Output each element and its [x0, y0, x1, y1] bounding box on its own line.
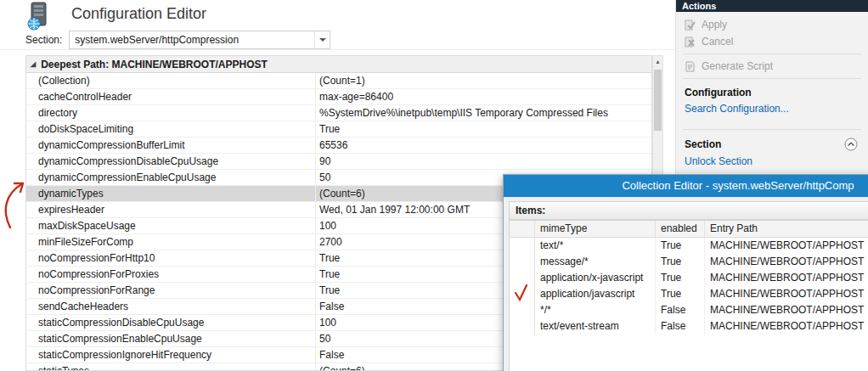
- column-header-entry-path[interactable]: Entry Path: [705, 221, 868, 237]
- enabled-cell: True: [656, 254, 705, 270]
- row-selector-gutter: [510, 238, 535, 254]
- row-selector-gutter: [510, 270, 535, 286]
- collection-row[interactable]: text/event-streamFalseMACHINE/WEBROOT/AP…: [510, 318, 868, 334]
- property-name: dynamicCompressionBufferLimit: [26, 138, 315, 153]
- apply-button[interactable]: Apply: [676, 16, 868, 33]
- entry-path-cell: MACHINE/WEBROOT/APPHOST: [705, 302, 868, 318]
- mime-type-cell: text/event-stream: [535, 318, 656, 334]
- separator: [683, 53, 861, 54]
- property-name: doDiskSpaceLimiting: [26, 121, 315, 137]
- grid-row[interactable]: dynamicCompressionDisableCpuUsage90: [26, 154, 651, 170]
- section-heading-label: Section: [685, 138, 721, 150]
- property-value: 65536: [315, 138, 651, 153]
- cancel-icon: [685, 37, 696, 48]
- row-selector-gutter: [510, 254, 535, 270]
- section-combobox[interactable]: system.webServer/httpCompression: [69, 31, 330, 49]
- configuration-editor-icon: [24, 2, 53, 31]
- configuration-heading: Configuration: [676, 82, 868, 100]
- section-label: Section:: [25, 34, 62, 46]
- collection-row[interactable]: message/*TrueMACHINE/WEBROOT/APPHOST: [510, 254, 868, 270]
- chevron-down-icon[interactable]: [314, 31, 330, 48]
- scroll-thumb[interactable]: [654, 70, 662, 131]
- property-value: 90: [315, 154, 651, 169]
- property-name: dynamicCompressionEnableCpuUsage: [26, 170, 315, 185]
- collapse-circle-chevron-icon[interactable]: [844, 138, 858, 151]
- mime-type-cell: */*: [535, 302, 656, 318]
- configuration-heading-label: Configuration: [685, 87, 752, 98]
- apply-label: Apply: [702, 19, 727, 31]
- enabled-cell: False: [656, 318, 705, 334]
- entry-path-cell: MACHINE/WEBROOT/APPHOST: [705, 254, 868, 270]
- apply-icon: [685, 20, 696, 31]
- generate-script-button[interactable]: Generate Script: [676, 58, 868, 75]
- mime-type-cell: message/*: [535, 254, 656, 270]
- mime-type-cell: application/x-javascript: [535, 270, 656, 286]
- row-selector-gutter-header: [510, 221, 535, 237]
- property-name: staticCompressionIgnoreHitFrequency: [26, 347, 315, 363]
- enabled-cell: True: [656, 286, 705, 302]
- generate-script-label: Generate Script: [702, 60, 773, 72]
- grid-row[interactable]: doDiskSpaceLimitingTrue: [26, 121, 651, 138]
- collection-row[interactable]: application/x-javascriptTrueMACHINE/WEBR…: [510, 270, 868, 286]
- column-header-mimetype[interactable]: mimeType: [535, 221, 656, 237]
- property-name: noCompressionForHttp10: [26, 250, 315, 266]
- property-value: (Count=1): [315, 73, 651, 88]
- section-combobox-value: system.webServer/httpCompression: [75, 34, 239, 46]
- property-name: staticCompressionEnableCpuUsage: [26, 331, 315, 346]
- mime-type-cell: text/*: [535, 238, 656, 254]
- property-name: dynamicCompressionDisableCpuUsage: [26, 154, 315, 169]
- cancel-label: Cancel: [702, 36, 733, 48]
- items-label: Items:: [509, 201, 868, 220]
- row-selector-gutter: [510, 286, 535, 302]
- property-name: staticTypes: [26, 363, 315, 371]
- collection-rows: text/*TrueMACHINE/WEBROOT/APPHOSTmessage…: [510, 238, 868, 334]
- grid-row[interactable]: directory%SystemDrive%\inetpub\temp\IIS …: [26, 105, 651, 121]
- grid-group-header[interactable]: ◢ Deepest Path: MACHINE/WEBROOT/APPHOST: [26, 56, 651, 73]
- collection-row[interactable]: application/javascriptTrueMACHINE/WEBROO…: [510, 286, 868, 302]
- group-header-label: Deepest Path: MACHINE/WEBROOT/APPHOST: [41, 59, 268, 70]
- enabled-cell: True: [656, 238, 705, 254]
- entry-path-cell: MACHINE/WEBROOT/APPHOST: [705, 286, 868, 302]
- actions-panel-title: Actions: [676, 0, 868, 12]
- property-name: cacheControlHeader: [26, 89, 315, 104]
- enabled-cell: False: [656, 302, 705, 318]
- separator: [683, 129, 861, 130]
- column-header-enabled[interactable]: enabled: [656, 221, 705, 237]
- grid-row[interactable]: (Collection)(Count=1): [26, 73, 651, 89]
- collection-row[interactable]: text/*TrueMACHINE/WEBROOT/APPHOST: [510, 238, 868, 254]
- property-name: staticCompressionDisableCpuUsage: [26, 315, 315, 330]
- generate-script-icon: [685, 61, 696, 72]
- property-name: expiresHeader: [26, 202, 315, 217]
- property-name: directory: [26, 105, 315, 121]
- property-value: True: [315, 121, 651, 137]
- property-name: (Collection): [26, 73, 315, 88]
- section-bar: Section: system.webServer/httpCompressio…: [25, 31, 330, 49]
- property-name: dynamicTypes: [26, 186, 315, 201]
- property-name: sendCacheHeaders: [26, 299, 315, 314]
- property-value: %SystemDrive%\inetpub\temp\IIS Temporary…: [315, 105, 651, 121]
- collection-table: mimeTypeenabledEntry Path text/*TrueMACH…: [509, 220, 868, 371]
- dialog-title[interactable]: Collection Editor - system.webServer/htt…: [504, 175, 868, 197]
- page-title: Configuration Editor: [71, 5, 206, 23]
- mime-type-cell: application/javascript: [535, 286, 656, 302]
- entry-path-cell: MACHINE/WEBROOT/APPHOST: [705, 270, 868, 286]
- property-name: noCompressionForRange: [26, 283, 315, 298]
- property-name: minFileSizeForComp: [26, 234, 315, 250]
- unlock-section-link[interactable]: Unlock Section: [676, 153, 868, 170]
- property-name: noCompressionForProxies: [26, 267, 315, 282]
- grid-row[interactable]: cacheControlHeadermax-age=86400: [26, 89, 651, 105]
- entry-path-cell: MACHINE/WEBROOT/APPHOST: [705, 318, 868, 334]
- grid-row[interactable]: dynamicCompressionBufferLimit65536: [26, 138, 651, 154]
- row-selector-gutter: [510, 318, 535, 334]
- cancel-button[interactable]: Cancel: [676, 33, 868, 50]
- group-expanded-icon: ◢: [31, 60, 36, 68]
- scroll-up-button[interactable]: ▲: [653, 56, 662, 67]
- collection-editor-dialog: Collection Editor - system.webServer/htt…: [503, 174, 868, 371]
- search-configuration-link[interactable]: Search Configuration...: [676, 100, 868, 117]
- enabled-cell: True: [656, 270, 705, 286]
- entry-path-cell: MACHINE/WEBROOT/APPHOST: [705, 238, 868, 254]
- section-group-heading[interactable]: Section: [676, 133, 868, 153]
- app: { "header": { "title": "Configuration Ed…: [0, 0, 868, 371]
- collection-row[interactable]: */*FalseMACHINE/WEBROOT/APPHOST: [510, 302, 868, 318]
- property-name: maxDiskSpaceUsage: [26, 218, 315, 233]
